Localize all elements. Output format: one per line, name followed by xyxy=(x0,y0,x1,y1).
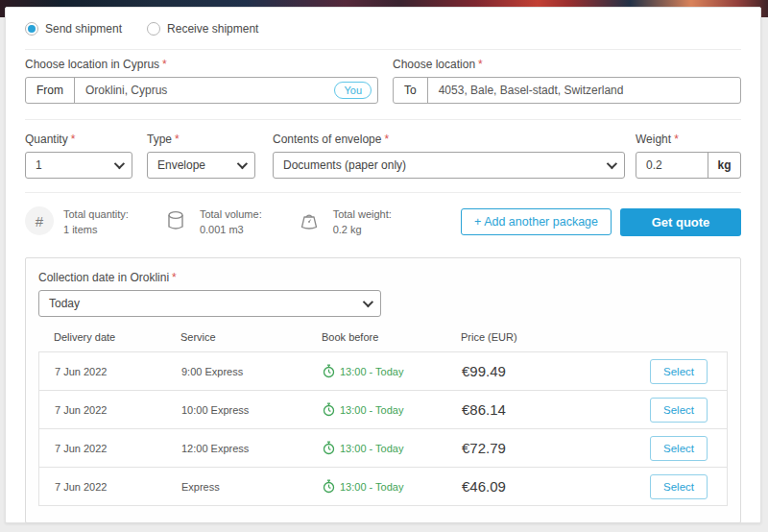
type-label: Type* xyxy=(147,133,255,146)
total-quantity-value: 1 items xyxy=(63,224,97,235)
book-before-cell: 13:00 - Today xyxy=(323,441,462,455)
radio-receive-label: Receive shipment xyxy=(167,22,258,36)
stopwatch-icon xyxy=(323,479,335,494)
divider xyxy=(25,49,741,50)
collection-date-select[interactable]: Today xyxy=(38,290,381,317)
radio-receive-shipment[interactable]: Receive shipment xyxy=(147,22,258,36)
header-delivery-date: Delivery date xyxy=(38,331,180,343)
divider xyxy=(25,119,741,120)
header-book-before: Book before xyxy=(322,331,461,343)
required-marker: * xyxy=(384,133,389,146)
total-weight-label: Total weight: xyxy=(333,208,392,220)
table-row: 7 Jun 2022 Express 13:00 - Today €46.09 … xyxy=(38,467,728,506)
delivery-date-cell: 7 Jun 2022 xyxy=(39,404,181,416)
from-prefix-label: From xyxy=(26,78,75,103)
total-weight-summary: Total weight: 0.2 kg xyxy=(295,206,392,237)
to-prefix-label: To xyxy=(394,78,428,103)
weight-label: Weight* xyxy=(636,133,741,146)
service-cell: 9:00 Express xyxy=(181,366,323,377)
contents-value: Documents (paper only) xyxy=(283,158,406,172)
collection-date-value: Today xyxy=(49,297,80,310)
stopwatch-icon xyxy=(323,441,335,455)
service-cell: 10:00 Express xyxy=(181,404,323,416)
to-location-value[interactable]: 4053, Bale, Basel-stadt, Switzerland xyxy=(428,84,740,97)
add-another-package-button[interactable]: + Add another package xyxy=(461,208,612,235)
total-volume-label: Total volume: xyxy=(200,208,262,220)
price-cell: €46.09 xyxy=(462,478,650,495)
radio-selected-icon[interactable] xyxy=(25,22,38,36)
required-marker: * xyxy=(162,58,167,71)
table-row: 7 Jun 2022 12:00 Express 13:00 - Today €… xyxy=(38,428,728,468)
total-volume-value: 0.001 m3 xyxy=(200,224,244,235)
select-button[interactable]: Select xyxy=(650,359,708,384)
quantity-label: Quantity* xyxy=(25,133,132,146)
cylinder-icon xyxy=(161,206,190,235)
chevron-down-icon xyxy=(237,158,248,169)
quote-form-card: Send shipment Receive shipment Choose lo… xyxy=(5,7,761,523)
stopwatch-icon xyxy=(323,402,335,417)
chevron-down-icon xyxy=(607,158,617,169)
select-button[interactable]: Select xyxy=(650,436,708,461)
total-quantity-label: Total quantity: xyxy=(63,208,129,220)
required-marker: * xyxy=(674,133,679,146)
select-button[interactable]: Select xyxy=(650,474,708,499)
from-location-input[interactable]: From Oroklini, Cyprus You xyxy=(25,77,378,104)
summary-section: # Total quantity: 1 items Total volume: … xyxy=(25,202,741,242)
from-location-value[interactable]: Oroklini, Cyprus xyxy=(75,84,334,97)
package-details-section: Quantity* 1 Type* Envelope Contents of e… xyxy=(25,133,741,179)
book-before-text: 13:00 - Today xyxy=(340,481,403,493)
delivery-date-cell: 7 Jun 2022 xyxy=(39,366,181,377)
required-marker: * xyxy=(172,271,177,284)
weight-value[interactable]: 0.2 xyxy=(636,153,708,178)
to-location-input[interactable]: To 4053, Bale, Basel-stadt, Switzerland xyxy=(393,77,741,104)
required-marker: * xyxy=(175,133,180,146)
table-row: 7 Jun 2022 9:00 Express 13:00 - Today €9… xyxy=(38,351,728,391)
book-before-cell: 13:00 - Today xyxy=(323,364,462,378)
shipment-type-group: Send shipment Receive shipment xyxy=(25,21,741,36)
delivery-date-cell: 7 Jun 2022 xyxy=(39,481,181,493)
scale-icon xyxy=(295,206,324,235)
delivery-date-cell: 7 Jun 2022 xyxy=(39,443,181,454)
results-table-header: Delivery date Service Book before Price … xyxy=(38,331,728,351)
from-location-label: Choose location in Cyprus* xyxy=(25,58,378,71)
weight-input[interactable]: 0.2 kg xyxy=(636,152,741,179)
collection-panel: Collection date in Oroklini* Today Deliv… xyxy=(25,257,741,523)
type-select[interactable]: Envelope xyxy=(147,152,255,179)
total-weight-value: 0.2 kg xyxy=(333,224,362,235)
service-cell: 12:00 Express xyxy=(181,443,323,454)
radio-unselected-icon[interactable] xyxy=(147,22,160,36)
type-value: Envelope xyxy=(157,158,205,172)
book-before-cell: 13:00 - Today xyxy=(323,479,462,494)
chevron-down-icon xyxy=(363,297,373,307)
total-quantity-summary: # Total quantity: 1 items xyxy=(25,206,129,237)
contents-select[interactable]: Documents (paper only) xyxy=(273,152,625,179)
header-price: Price (EUR) xyxy=(461,331,728,343)
contents-label: Contents of envelope* xyxy=(273,133,625,146)
weight-unit-label: kg xyxy=(708,153,740,178)
service-cell: Express xyxy=(181,481,323,493)
book-before-text: 13:00 - Today xyxy=(340,366,403,377)
radio-send-shipment[interactable]: Send shipment xyxy=(25,22,122,36)
book-before-text: 13:00 - Today xyxy=(340,404,403,416)
hash-icon: # xyxy=(25,206,54,235)
table-row: 7 Jun 2022 10:00 Express 13:00 - Today €… xyxy=(38,390,728,429)
you-location-badge[interactable]: You xyxy=(334,82,372,99)
price-cell: €99.49 xyxy=(462,363,650,379)
quantity-select[interactable]: 1 xyxy=(25,152,132,179)
price-cell: €72.79 xyxy=(462,440,650,456)
to-location-label: Choose location* xyxy=(393,58,741,71)
required-marker: * xyxy=(478,58,483,71)
stopwatch-icon xyxy=(323,364,335,378)
quantity-value: 1 xyxy=(36,158,42,172)
header-service: Service xyxy=(180,331,322,343)
chevron-down-icon xyxy=(114,158,125,169)
book-before-cell: 13:00 - Today xyxy=(323,402,462,417)
collection-date-label: Collection date in Oroklini* xyxy=(38,271,728,284)
book-before-text: 13:00 - Today xyxy=(340,443,403,454)
get-quote-button[interactable]: Get quote xyxy=(620,208,741,236)
total-volume-summary: Total volume: 0.001 m3 xyxy=(161,206,262,237)
results-table-rows: 7 Jun 2022 9:00 Express 13:00 - Today €9… xyxy=(38,351,728,506)
locations-section: Choose location in Cyprus* From Oroklini… xyxy=(25,58,741,104)
price-cell: €86.14 xyxy=(462,401,650,418)
select-button[interactable]: Select xyxy=(650,398,708,423)
